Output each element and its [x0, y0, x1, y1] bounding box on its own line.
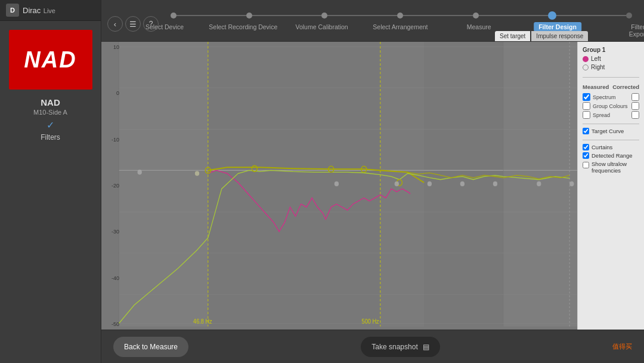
svg-text:10K: 10K [495, 329, 505, 330]
filter-design-active-tab[interactable]: Filter Design [534, 22, 581, 32]
svg-point-24 [195, 171, 199, 176]
checkmark-icon: ✓ [47, 119, 54, 131]
right-channel-label: Right [591, 64, 605, 70]
channel-item-right[interactable]: Right [583, 64, 639, 70]
filters-label: Filters [41, 133, 60, 141]
right-panel: Group 1 Left Right Measured Corrected Sp… [577, 42, 644, 330]
watermark: 值得买 [612, 342, 632, 351]
snapshot-icon: ▤ [423, 343, 429, 351]
group-colours-measured-checkbox[interactable] [583, 102, 590, 110]
panel-divider-2 [583, 124, 639, 124]
show-ultralow-label: Show ultralowfrequencies [592, 161, 627, 174]
show-ultralow-checkbox[interactable] [583, 162, 589, 168]
left-channel-dot [583, 56, 589, 62]
channel-item-left[interactable]: Left [583, 56, 639, 62]
step-dot-3[interactable] [321, 13, 327, 19]
step-line-6 [556, 15, 626, 16]
back-to-measure-button[interactable]: Back to Measure [113, 337, 188, 357]
brand-name: NAD [24, 47, 76, 73]
nav-back-button[interactable]: ‹ [107, 16, 123, 32]
svg-point-28 [460, 182, 465, 186]
spectrum-measured-checkbox[interactable] [583, 93, 590, 101]
chart-svg: 10 100 1K 10K 46.8 Hz 500 Hz [101, 42, 577, 330]
step-line-2 [252, 15, 322, 16]
step-label-6[interactable]: Filter Design [534, 23, 581, 30]
nav-menu-button[interactable]: ☰ [125, 16, 141, 32]
dirac-live: Live [44, 7, 55, 14]
group-colours-label: Group Colours [590, 103, 631, 109]
dirac-icon: D [6, 4, 19, 17]
set-target-button[interactable]: Set target [495, 31, 530, 41]
step-line-3 [327, 15, 397, 16]
step-dot-6[interactable] [548, 11, 556, 20]
spread-corrected-checkbox[interactable] [631, 111, 639, 119]
step-dot-7[interactable] [626, 13, 632, 19]
step-dot-1[interactable] [171, 13, 177, 19]
svg-rect-10 [119, 42, 208, 327]
bottom-bar: Back to Measure Take snapshot ▤ 值得买 [101, 330, 644, 363]
svg-point-23 [138, 170, 142, 174]
right-channel-dot [583, 64, 589, 70]
curtains-label: Curtains [592, 144, 612, 150]
step-dot-2[interactable] [246, 13, 252, 19]
spread-measured-checkbox[interactable] [583, 111, 590, 119]
dirac-name: Dirac [23, 6, 41, 15]
step-label-7[interactable]: Filter Export [629, 23, 644, 38]
corrected-header: Corrected [612, 84, 639, 90]
svg-point-25 [335, 182, 339, 186]
watermark-text: 值得买 [612, 343, 632, 350]
show-ultralow-row: Show ultralowfrequencies [583, 161, 639, 174]
svg-text:100: 100 [200, 329, 209, 330]
impulse-response-button[interactable]: Impulse response [531, 31, 588, 41]
chart-main[interactable]: 10 0 -10 -20 -30 -40 -50 [101, 42, 577, 330]
curtains-checkbox[interactable] [583, 144, 589, 150]
target-curve-checkbox[interactable] [583, 128, 589, 134]
take-snapshot-button[interactable]: Take snapshot ▤ [361, 337, 439, 357]
detected-range-row: Detected Range [583, 152, 639, 159]
svg-text:500 Hz: 500 Hz [362, 318, 379, 325]
brand-logo: NAD [9, 30, 92, 90]
group-label: Group 1 [583, 47, 639, 53]
sidebar-header: D Dirac Live [0, 0, 101, 21]
target-curve-row: Target Curve [583, 128, 639, 134]
dirac-logo: D Dirac Live [6, 4, 55, 17]
step-dot-5[interactable] [473, 13, 479, 19]
step-label-5[interactable]: Measure [467, 23, 491, 30]
svg-point-26 [395, 182, 399, 186]
spread-row: Spread [583, 111, 639, 119]
spectrum-corrected-checkbox[interactable] [631, 93, 639, 101]
group-colours-corrected-checkbox[interactable] [631, 102, 639, 110]
detected-range-label: Detected Range [592, 152, 633, 159]
spread-label: Spread [590, 112, 631, 118]
step-label-2[interactable]: Select Recording Device [209, 23, 277, 30]
detected-range-checkbox[interactable] [583, 152, 589, 159]
svg-point-30 [537, 182, 541, 186]
sidebar: D Dirac Live NAD NAD M10-Side A ✓ Filter… [0, 0, 101, 363]
device-model: M10-Side A [33, 109, 67, 116]
measured-header: Measured [583, 84, 609, 90]
snapshot-label: Take snapshot [371, 343, 417, 351]
progress-line [165, 8, 638, 23]
step-line-5 [479, 15, 549, 16]
svg-point-29 [493, 182, 497, 186]
step-label-4[interactable]: Select Arrangement [373, 23, 428, 30]
step-line-1 [177, 15, 246, 16]
group-colours-row: Group Colours [583, 102, 639, 110]
spectrum-row: Spectrum [583, 93, 639, 101]
step-label-1[interactable]: Select Device [145, 23, 184, 30]
svg-point-31 [569, 182, 574, 186]
left-channel-label: Left [591, 56, 601, 62]
panel-divider-3 [583, 140, 639, 140]
topnav: ‹ ☰ ? Select Device [101, 0, 644, 42]
dirac-wordmark: Dirac Live [23, 5, 55, 16]
svg-point-27 [428, 182, 432, 186]
spectrum-label: Spectrum [590, 94, 631, 100]
svg-text:1K: 1K [369, 329, 376, 330]
device-name: NAD [41, 97, 60, 107]
curtains-row: Curtains [583, 144, 639, 150]
step-label-3[interactable]: Volume Calibration [296, 23, 348, 30]
main-content: ‹ ☰ ? Select Device [101, 0, 644, 363]
svg-text:46.8 Hz: 46.8 Hz [193, 318, 212, 325]
subtabs: Set target Impulse response [495, 31, 588, 41]
step-dot-4[interactable] [397, 13, 403, 19]
